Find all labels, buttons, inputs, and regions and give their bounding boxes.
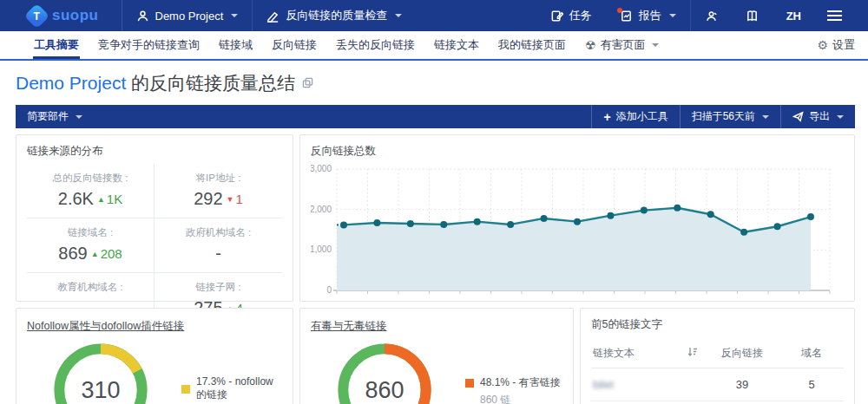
stats-grid: 总的反向链接数 : 2.6K1K 将IP地址 : 2921 链接域名 : 869… — [27, 164, 282, 327]
chevron-down-icon — [231, 14, 238, 17]
stat-total-backlinks: 总的反向链接数 : 2.6K1K — [27, 164, 155, 218]
total-backlinks-chart-card: 反向链接总数 3,0002,0001,0000 — [299, 134, 855, 302]
stat-value: 292 — [194, 189, 222, 209]
support-agent-icon — [705, 10, 718, 23]
help-button[interactable] — [732, 0, 773, 31]
table-row[interactable]: bilet 39 5 — [591, 368, 844, 401]
card-title-link[interactable]: 有毒与无毒链接 — [311, 320, 387, 332]
tab-label: 丢失的反向链接 — [336, 37, 415, 53]
stat-label: 总的反向链接数 : — [30, 172, 150, 185]
tool-menu[interactable]: 反向链接的质量检查 — [253, 0, 416, 31]
brand-icon: T — [24, 3, 50, 29]
tab-backlinks[interactable]: 反向链接 — [262, 31, 326, 59]
tab-label: 竞争对手的链接查询 — [98, 37, 200, 53]
plus-icon — [603, 110, 610, 124]
tool-menu-label: 反向链接的质量检查 — [286, 8, 387, 23]
user-icon — [136, 10, 149, 23]
svg-text:0: 0 — [326, 285, 332, 295]
toxic-donut-chart: 860 — [337, 342, 432, 404]
top-anchors-card: 前5的链接文字 链接文本 反向链接 域名 bilet 39 5 — [580, 308, 855, 404]
backlinks-count: 39 — [703, 378, 781, 391]
project-menu-label: Demo Project — [155, 10, 224, 23]
svg-text:3,000: 3,000 — [311, 164, 332, 173]
tab-competitor-link-lookup[interactable]: 竞争对手的链接查询 — [89, 31, 209, 59]
stat-value: - — [215, 244, 221, 264]
table-header: 链接文本 反向链接 域名 — [591, 341, 844, 368]
export-dropdown[interactable]: 导出 — [780, 105, 855, 128]
dashboard-content: 链接来源的分布 总的反向链接数 : 2.6K1K 将IP地址 : 2921 链接… — [0, 128, 868, 404]
pen-check-icon — [266, 10, 279, 23]
tab-anchor-text[interactable]: 链接文本 — [424, 31, 489, 59]
reports-menu[interactable]: 报告 — [606, 0, 691, 31]
chevron-down-icon — [762, 115, 769, 119]
paper-plane-icon — [792, 111, 804, 122]
language-label: ZH — [786, 10, 801, 23]
tab-label: 工具摘要 — [34, 37, 79, 53]
nofollow-dofollow-card: Nofollow属性与dofollow插件链接 310 17.3% - nofo… — [16, 308, 293, 404]
tab-toxic-pages[interactable]: ☢ 有害页面 — [575, 31, 668, 59]
language-switch[interactable]: ZH — [773, 0, 815, 31]
stat-label: 链接域名 : — [30, 226, 150, 239]
settings-label: 设置 — [832, 37, 855, 53]
add-widget-label: 添加小工具 — [616, 109, 668, 124]
copy-icon[interactable] — [302, 76, 313, 92]
domains-count: 5 — [781, 378, 842, 391]
stat-label: 教育机构域名 : — [30, 281, 150, 294]
project-name: Demo Project — [16, 73, 126, 93]
backlinks-line-chart: 3,0002,0001,0000 — [311, 162, 842, 308]
stat-delta: 208 — [101, 246, 122, 261]
brand-logo[interactable]: T suopu — [0, 0, 122, 31]
stat-label: 链接子网 : — [158, 281, 279, 294]
tab-label: 反向链接 — [272, 37, 317, 53]
anchor-text-link[interactable]: bilet — [593, 378, 614, 391]
widgets-row-2: Nofollow属性与dofollow插件链接 310 17.3% - nofo… — [16, 308, 855, 404]
link-source-distribution-card: 链接来源的分布 总的反向链接数 : 2.6K1K 将IP地址 : 2921 链接… — [16, 134, 293, 302]
legend-label: 17.3% - nofollow的链接 — [196, 375, 282, 402]
chevron-down-icon — [395, 14, 402, 17]
notification-dot — [617, 8, 622, 13]
scan-label: 扫描于56天前 — [692, 109, 755, 124]
tab-my-link-pages[interactable]: 我的链接页面 — [489, 31, 575, 59]
tab-tool-summary[interactable]: 工具摘要 — [24, 31, 89, 59]
tab-lost-backlinks[interactable]: 丢失的反向链接 — [326, 31, 424, 59]
settings-button[interactable]: ⚙ 设置 — [817, 31, 855, 59]
legend-item: 48.1% - 有害链接 860 链 — [465, 375, 562, 404]
card-title-link[interactable]: Nofollow属性与dofollow插件链接 — [27, 320, 184, 332]
chevron-down-icon — [669, 14, 676, 17]
clipboard-icon — [550, 10, 563, 23]
stat-label: 将IP地址 : — [158, 172, 279, 185]
export-label: 导出 — [809, 109, 830, 124]
top-navbar: T suopu Demo Project 反向链接的质量检查 任务 — [0, 0, 868, 31]
summary-widgets-dropdown[interactable]: 简要部件 — [16, 105, 94, 128]
tab-label: 我的链接页面 — [498, 37, 566, 53]
tasks-button[interactable]: 任务 — [536, 0, 606, 31]
widgets-row-1: 链接来源的分布 总的反向链接数 : 2.6K1K 将IP地址 : 2921 链接… — [16, 134, 855, 302]
stat-delta: 1 — [235, 192, 242, 206]
donut-center-value: 310 — [53, 342, 148, 404]
stat-value: 869 — [58, 244, 87, 264]
legend-item: 17.3% - nofollow的链接 310 链 — [181, 375, 282, 404]
svg-text:1,000: 1,000 — [311, 244, 332, 254]
sort-icon[interactable] — [687, 347, 698, 360]
title-suffix: 的反向链接质量总结 — [126, 73, 295, 93]
legend-swatch — [465, 379, 474, 388]
col-anchor-text: 链接文本 — [593, 346, 635, 361]
section-tabs: 工具摘要 竞争对手的链接查询 链接域 反向链接 丢失的反向链接 链接文本 我的链… — [0, 31, 868, 61]
page-title: Demo Project 的反向链接质量总结 — [16, 71, 295, 95]
card-title: 前5的链接文字 — [591, 317, 844, 332]
hamburger-menu[interactable] — [815, 0, 868, 31]
reports-label: 报告 — [639, 8, 661, 23]
donut-legend: 17.3% - nofollow的链接 310 链 82.7% - dofoll… — [181, 375, 282, 404]
tab-link-domains[interactable]: 链接域 — [209, 31, 262, 59]
donut-center-value: 860 — [337, 342, 432, 404]
project-menu[interactable]: Demo Project — [122, 0, 253, 31]
legend-count: 860 链 — [480, 393, 562, 404]
tab-label: 链接文本 — [434, 37, 479, 53]
donut-legend: 48.1% - 有害链接 860 链 51.9% - 无毒的链接 — [465, 375, 562, 404]
add-widget-button[interactable]: 添加小工具 — [591, 105, 679, 128]
support-button[interactable] — [691, 0, 732, 31]
nofollow-donut-chart: 310 — [53, 342, 148, 404]
chevron-down-icon — [652, 43, 659, 47]
toxic-nontoxic-card: 有毒与无毒链接 860 48.1% - 有害链接 860 链 51.9% - — [299, 308, 574, 404]
scan-dropdown[interactable]: 扫描于56天前 — [680, 105, 780, 128]
